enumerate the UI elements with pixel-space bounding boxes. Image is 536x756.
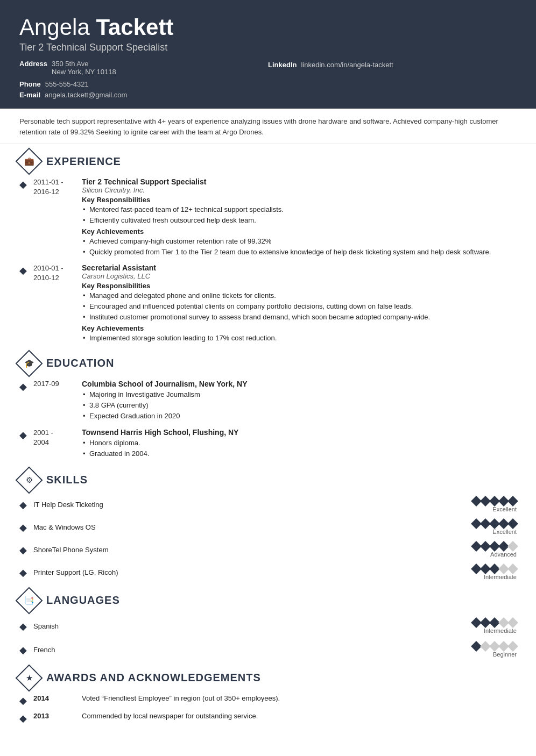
skill-entry-1: ◆ IT Help Desk Ticketing Excellent xyxy=(0,493,536,516)
responsibilities-label-2: Key Responsibilities xyxy=(82,282,517,290)
linkedin-value: linkedin.com/in/angela-tackett xyxy=(301,61,393,69)
skill-entry-3: ◆ ShoreTel Phone System Advanced xyxy=(0,538,536,561)
skill-level-4: Intermediate xyxy=(484,574,517,580)
languages-section-header: 📑 LANGUAGES xyxy=(0,583,536,614)
languages-title: LANGUAGES xyxy=(46,594,120,607)
bullet: ◆ xyxy=(19,179,27,190)
award-text-2: Commended by local newspaper for outstan… xyxy=(82,712,517,720)
school-1-details: •Majoring in Investigative Journalism •3… xyxy=(82,390,517,422)
experience-title: EXPERIENCE xyxy=(46,155,121,168)
skill-name-1: IT Help Desk Ticketing xyxy=(33,501,472,509)
experience-section-header: 💼 EXPERIENCE xyxy=(0,144,536,174)
linkedin-label: LinkedIn xyxy=(268,61,297,69)
awards-icon: ★ xyxy=(16,664,43,691)
award-text-1: Voted “Friendliest Employee” in region (… xyxy=(82,694,517,702)
phone-value: 555-555-4321 xyxy=(45,80,89,88)
language-level-2: Beginner xyxy=(493,651,517,658)
skills-icon: ⚙ xyxy=(16,466,43,494)
achievements-list-2: •Implemented storage solution leading to… xyxy=(82,333,517,343)
header: Angela Tackett Tier 2 Technical Support … xyxy=(0,0,536,109)
job-title-2: Secretarial Assistant xyxy=(82,263,517,272)
bullet: ◆ xyxy=(19,621,27,632)
job-title-1: Tier 2 Technical Support Specialist xyxy=(82,177,517,186)
bullet: ◆ xyxy=(19,381,27,393)
skill-entry-2: ◆ Mac & Windows OS Excellent xyxy=(0,516,536,538)
responsibilities-list-1: •Mentored fast-paced team of 12+ technic… xyxy=(82,205,517,225)
bullet: ◆ xyxy=(19,644,27,656)
header-title: Tier 2 Technical Support Specialist xyxy=(19,42,517,53)
responsibilities-list-2: •Managed and delegated phone and online … xyxy=(82,291,517,323)
skills-title: SKILLS xyxy=(46,474,88,486)
address-label: Address xyxy=(19,60,47,68)
language-entry-1: ◆ Spanish Intermediate xyxy=(0,614,536,637)
school-1: Columbia School of Journalism, New York,… xyxy=(82,380,517,388)
language-name-2: French xyxy=(33,646,472,654)
email-value: angela.tackett@gmail.com xyxy=(45,91,127,99)
language-rating-1: Intermediate xyxy=(472,619,517,634)
language-level-1: Intermediate xyxy=(484,627,517,634)
education-icon: 🎓 xyxy=(16,350,43,377)
skill-level-2: Excellent xyxy=(492,529,517,535)
experience-entry-1: ◆ 2011-01 - 2016-12 Tier 2 Technical Sup… xyxy=(0,174,536,260)
award-entry-1: ◆ 2014 Voted “Friendliest Employee” in r… xyxy=(0,691,536,709)
language-name-1: Spanish xyxy=(33,622,472,630)
language-entry-2: ◆ French Beginner xyxy=(0,637,536,661)
skill-level-3: Advanced xyxy=(490,551,517,558)
experience-icon: 💼 xyxy=(16,148,43,175)
company-2: Carson Logistics, LLC xyxy=(82,272,517,280)
bullet: ◆ xyxy=(19,544,27,556)
address-line1: 350 5th Ave xyxy=(52,60,116,68)
skills-section-header: ⚙ SKILLS xyxy=(0,463,536,493)
summary: Personable tech support representative w… xyxy=(0,109,536,144)
school-2: Townsend Harris High School, Flushing, N… xyxy=(82,428,517,437)
phone-label: Phone xyxy=(19,80,41,88)
address-line2: New York, NY 10118 xyxy=(52,68,116,76)
awards-section-header: ★ AWARDS AND ACKNOWLEDGEMENTS xyxy=(0,661,536,691)
responsibilities-label-1: Key Responsibilities xyxy=(82,196,517,204)
bullet: ◆ xyxy=(19,567,27,579)
awards-title: AWARDS AND ACKNOWLEDGEMENTS xyxy=(46,672,261,684)
languages-icon: 📑 xyxy=(16,587,43,614)
skill-rating-3: Advanced xyxy=(472,543,517,558)
bullet: ◆ xyxy=(19,499,27,511)
skill-name-2: Mac & Windows OS xyxy=(33,523,472,531)
achievements-list-1: •Achieved company-high customer retentio… xyxy=(82,237,517,257)
header-name: Angela Tackett xyxy=(19,15,517,40)
award-entry-2: ◆ 2013 Commended by local newspaper for … xyxy=(0,709,536,730)
education-title: EDUCATION xyxy=(46,357,114,369)
school-2-details: •Honors diploma. •Graduated in 2004. xyxy=(82,438,517,459)
bullet: ◆ xyxy=(19,522,27,533)
bullet: ◆ xyxy=(19,695,27,707)
email-label: E-mail xyxy=(19,91,40,99)
education-entry-2: ◆ 2001 - 2004 Townsend Harris High Schoo… xyxy=(0,425,536,462)
achievements-label-1: Key Achievements xyxy=(82,227,517,236)
bullet: ◆ xyxy=(19,712,27,724)
education-section-header: 🎓 EDUCATION xyxy=(0,346,536,376)
skill-entry-4: ◆ Printer Support (LG, Ricoh) Intermedia… xyxy=(0,561,536,583)
skill-name-4: Printer Support (LG, Ricoh) xyxy=(33,568,472,576)
experience-entry-2: ◆ 2010-01 - 2010-12 Secretarial Assistan… xyxy=(0,260,536,346)
bullet: ◆ xyxy=(19,429,27,441)
company-1: Silicon Circuitry, Inc. xyxy=(82,186,517,194)
education-entry-1: ◆ 2017-09 Columbia School of Journalism,… xyxy=(0,376,536,425)
achievements-label-2: Key Achievements xyxy=(82,324,517,332)
bullet: ◆ xyxy=(19,265,27,276)
skill-level-1: Excellent xyxy=(492,506,517,512)
language-rating-2: Beginner xyxy=(472,643,517,658)
skill-name-3: ShoreTel Phone System xyxy=(33,546,472,554)
skill-rating-2: Excellent xyxy=(472,520,517,535)
skill-rating-1: Excellent xyxy=(472,497,517,512)
skill-rating-4: Intermediate xyxy=(472,565,517,580)
